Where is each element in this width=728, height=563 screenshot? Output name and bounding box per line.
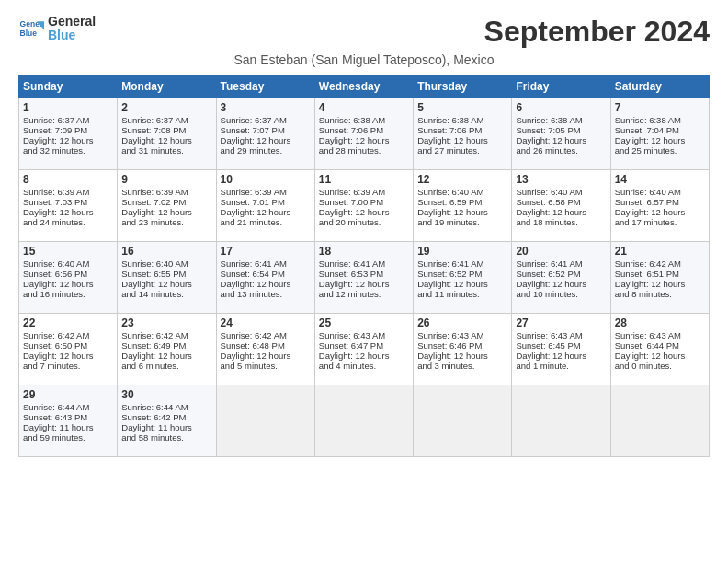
day-info: and 13 minutes. [221, 289, 311, 299]
calendar-cell: 27Sunrise: 6:43 AMSunset: 6:45 PMDayligh… [512, 314, 610, 385]
day-info: and 4 minutes. [319, 361, 409, 371]
day-number: 27 [516, 316, 606, 329]
day-info: Sunset: 6:50 PM [23, 340, 113, 350]
day-info: and 58 minutes. [121, 432, 211, 442]
day-info: and 12 minutes. [319, 289, 409, 299]
calendar-cell: 6Sunrise: 6:38 AMSunset: 7:05 PMDaylight… [512, 98, 610, 170]
day-info: and 28 minutes. [319, 145, 409, 155]
day-info: and 24 minutes. [23, 217, 113, 227]
logo-text: General [48, 15, 96, 29]
calendar-cell: 1Sunrise: 6:37 AMSunset: 7:09 PMDaylight… [19, 98, 118, 170]
calendar-cell: 30Sunrise: 6:44 AMSunset: 6:42 PMDayligh… [118, 385, 216, 457]
calendar-cell: 14Sunrise: 6:40 AMSunset: 6:57 PMDayligh… [610, 170, 709, 242]
subtitle: San Esteban (San Miguel Tateposco), Mexi… [18, 52, 710, 67]
calendar-cell [512, 385, 610, 457]
logo: General Blue General Blue [18, 15, 96, 43]
day-info: Daylight: 12 hours [516, 279, 606, 289]
calendar-cell [216, 385, 314, 457]
week-row-4: 29Sunrise: 6:44 AMSunset: 6:43 PMDayligh… [19, 385, 710, 457]
calendar-cell: 19Sunrise: 6:41 AMSunset: 6:52 PMDayligh… [414, 242, 512, 314]
day-info: Sunset: 6:43 PM [23, 412, 113, 422]
day-info: and 25 minutes. [615, 145, 705, 155]
logo-icon: General Blue [18, 16, 44, 41]
day-info: Sunrise: 6:37 AM [221, 115, 311, 125]
day-number: 13 [516, 173, 606, 186]
day-info: Sunrise: 6:42 AM [615, 259, 705, 269]
day-info: Daylight: 12 hours [23, 350, 113, 361]
day-info: Sunset: 6:46 PM [417, 340, 507, 350]
day-info: Daylight: 12 hours [121, 279, 211, 289]
header: General Blue General Blue September 2024 [18, 15, 710, 49]
calendar-cell: 2Sunrise: 6:37 AMSunset: 7:08 PMDaylight… [118, 98, 216, 170]
day-info: and 27 minutes. [417, 145, 507, 155]
day-info: Daylight: 12 hours [615, 135, 705, 145]
day-info: Sunset: 7:09 PM [23, 125, 113, 135]
day-number: 4 [319, 101, 409, 114]
calendar-cell: 23Sunrise: 6:42 AMSunset: 6:49 PMDayligh… [118, 314, 216, 385]
day-number: 23 [121, 316, 211, 329]
day-info: Sunrise: 6:41 AM [319, 259, 409, 269]
day-info: and 59 minutes. [23, 432, 113, 442]
day-number: 28 [615, 316, 705, 329]
day-info: and 29 minutes. [221, 145, 311, 155]
day-info: Sunrise: 6:40 AM [516, 187, 606, 197]
day-info: and 1 minute. [516, 361, 606, 371]
day-info: Sunset: 7:04 PM [615, 125, 705, 135]
day-info: Sunset: 6:59 PM [417, 197, 507, 207]
day-number: 17 [221, 245, 311, 258]
day-info: and 6 minutes. [121, 361, 211, 371]
calendar-cell: 18Sunrise: 6:41 AMSunset: 6:53 PMDayligh… [314, 242, 413, 314]
svg-text:Blue: Blue [20, 29, 38, 38]
day-number: 26 [417, 316, 507, 329]
day-info: and 17 minutes. [615, 217, 705, 227]
day-info: Sunrise: 6:42 AM [121, 330, 211, 340]
day-info: Sunset: 7:08 PM [121, 125, 211, 135]
day-number: 25 [319, 316, 409, 329]
day-number: 11 [319, 173, 409, 186]
day-info: Daylight: 12 hours [417, 279, 507, 289]
day-info: Sunset: 7:01 PM [221, 197, 311, 207]
column-header-saturday: Saturday [610, 75, 709, 98]
day-number: 20 [516, 245, 606, 258]
logo-text2: Blue [48, 29, 96, 42]
day-info: Daylight: 12 hours [417, 350, 507, 361]
day-number: 7 [615, 101, 705, 114]
day-info: Daylight: 12 hours [516, 207, 606, 217]
calendar-cell: 26Sunrise: 6:43 AMSunset: 6:46 PMDayligh… [414, 314, 512, 385]
day-info: Sunset: 6:51 PM [615, 269, 705, 279]
day-info: Daylight: 12 hours [417, 207, 507, 217]
column-header-tuesday: Tuesday [216, 75, 314, 98]
day-info: Sunset: 6:53 PM [319, 269, 409, 279]
day-info: Sunrise: 6:37 AM [23, 115, 113, 125]
day-info: Sunrise: 6:41 AM [516, 259, 606, 269]
day-info: Sunrise: 6:39 AM [221, 187, 311, 197]
day-info: and 11 minutes. [417, 289, 507, 299]
calendar-cell: 7Sunrise: 6:38 AMSunset: 7:04 PMDaylight… [610, 98, 709, 170]
day-info: Sunrise: 6:43 AM [417, 330, 507, 340]
day-info: Sunset: 7:05 PM [516, 125, 606, 135]
day-info: and 10 minutes. [516, 289, 606, 299]
day-info: Sunrise: 6:40 AM [615, 187, 705, 197]
day-info: Sunrise: 6:38 AM [319, 115, 409, 125]
day-info: Sunset: 6:55 PM [121, 269, 211, 279]
day-info: Sunset: 6:45 PM [516, 340, 606, 350]
day-info: Daylight: 12 hours [221, 207, 311, 217]
calendar-cell: 22Sunrise: 6:42 AMSunset: 6:50 PMDayligh… [19, 314, 118, 385]
calendar-cell: 24Sunrise: 6:42 AMSunset: 6:48 PMDayligh… [216, 314, 314, 385]
day-number: 10 [221, 173, 311, 186]
day-number: 18 [319, 245, 409, 258]
day-info: Sunrise: 6:43 AM [516, 330, 606, 340]
day-info: Daylight: 12 hours [615, 350, 705, 361]
calendar-cell: 29Sunrise: 6:44 AMSunset: 6:43 PMDayligh… [19, 385, 118, 457]
day-info: and 20 minutes. [319, 217, 409, 227]
day-number: 24 [221, 316, 311, 329]
calendar-cell: 20Sunrise: 6:41 AMSunset: 6:52 PMDayligh… [512, 242, 610, 314]
day-info: Daylight: 12 hours [221, 135, 311, 145]
calendar-cell: 25Sunrise: 6:43 AMSunset: 6:47 PMDayligh… [314, 314, 413, 385]
day-info: Daylight: 12 hours [319, 350, 409, 361]
day-info: Daylight: 12 hours [23, 135, 113, 145]
calendar-cell: 28Sunrise: 6:43 AMSunset: 6:44 PMDayligh… [610, 314, 709, 385]
week-row-1: 8Sunrise: 6:39 AMSunset: 7:03 PMDaylight… [19, 170, 710, 242]
day-info: and 32 minutes. [23, 145, 113, 155]
calendar-cell: 9Sunrise: 6:39 AMSunset: 7:02 PMDaylight… [118, 170, 216, 242]
